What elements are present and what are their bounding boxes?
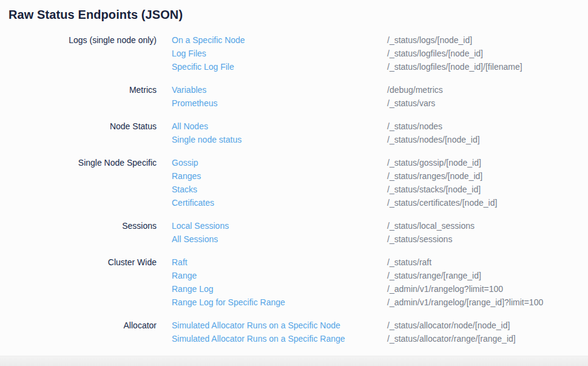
endpoint-link-cell: Range Log for Specific Range (157, 296, 387, 309)
endpoint-row: Allocator Simulated Allocator Runs on a … (8, 319, 578, 332)
endpoint-path: /_status/allocator/node/[node_id] (387, 319, 578, 332)
endpoint-path: /_status/nodes/[node_id] (387, 133, 578, 146)
endpoint-link[interactable]: All Nodes (172, 121, 208, 131)
endpoint-group: Node Status All Nodes /_status/nodes Sin… (8, 120, 578, 146)
category-label: Single Node Specific (8, 156, 157, 169)
endpoint-link-cell: All Nodes (157, 120, 387, 133)
endpoint-path: /_status/gossip/[node_id] (387, 156, 578, 169)
category-label (8, 269, 157, 282)
endpoint-row: Ranges /_status/ranges/[node_id] (8, 169, 578, 183)
endpoints-table: Logs (single node only) On a Specific No… (8, 33, 578, 345)
endpoint-link[interactable]: Ranges (172, 171, 201, 181)
category-label (8, 296, 157, 309)
category-label: Allocator (8, 319, 157, 332)
endpoint-link[interactable]: Range Log (172, 284, 214, 294)
endpoint-link-cell: Prometheus (157, 97, 387, 110)
endpoint-path: /_status/raft (387, 256, 578, 269)
endpoint-link[interactable]: Certificates (172, 198, 214, 208)
endpoint-path: /_status/stacks/[node_id] (387, 183, 578, 196)
endpoint-link-cell: Stacks (157, 183, 387, 196)
endpoint-link[interactable]: Stacks (172, 185, 197, 194)
endpoint-row: All Sessions /_status/sessions (8, 232, 578, 246)
endpoint-row: Sessions Local Sessions /_status/local_s… (8, 219, 578, 232)
endpoint-link[interactable]: Single node status (172, 135, 242, 144)
endpoint-link[interactable]: Range (172, 271, 197, 280)
endpoint-group: Metrics Variables /debug/metrics Prometh… (8, 83, 578, 110)
endpoint-row: Single Node Specific Gossip /_status/gos… (8, 156, 578, 169)
endpoint-link[interactable]: All Sessions (172, 234, 218, 244)
category-label (8, 332, 157, 345)
debug-page: Raw Status Endpoints (JSON) Logs (single… (0, 0, 588, 366)
endpoint-path: /_status/vars (387, 97, 578, 110)
endpoint-row: Log Files /_status/logfiles/[node_id] (8, 47, 578, 60)
endpoint-path: /_status/range/[range_id] (387, 269, 578, 282)
endpoint-path: /_admin/v1/rangelog?limit=100 (387, 282, 578, 296)
endpoint-group: Cluster Wide Raft /_status/raft Range /_… (8, 256, 578, 309)
endpoint-link[interactable]: Prometheus (172, 98, 217, 108)
endpoint-row: Certificates /_status/certificates/[node… (8, 196, 578, 209)
endpoint-path: /_status/sessions (387, 232, 578, 246)
endpoint-link[interactable]: Specific Log File (172, 62, 234, 72)
endpoint-link-cell: On a Specific Node (157, 33, 387, 47)
endpoint-group: Logs (single node only) On a Specific No… (8, 33, 578, 73)
endpoint-path: /_status/local_sessions (387, 219, 578, 232)
page-title: Raw Status Endpoints (JSON) (8, 7, 578, 22)
endpoint-row: Metrics Variables /debug/metrics (8, 83, 578, 97)
endpoint-row: Range Log /_admin/v1/rangelog?limit=100 (8, 282, 578, 296)
category-label (8, 232, 157, 246)
endpoint-link-cell: Range Log (157, 282, 387, 296)
endpoint-link-cell: Single node status (157, 133, 387, 146)
endpoint-path: /_status/ranges/[node_id] (387, 169, 578, 183)
endpoint-group: Sessions Local Sessions /_status/local_s… (8, 219, 578, 246)
endpoint-row: Cluster Wide Raft /_status/raft (8, 256, 578, 269)
endpoint-link-cell: Range (157, 269, 387, 282)
endpoint-link[interactable]: Raft (172, 257, 188, 267)
endpoint-path: /_status/allocator/range/[range_id] (387, 332, 578, 345)
endpoint-link-cell: Gossip (157, 156, 387, 169)
endpoint-link-cell: Specific Log File (157, 60, 387, 73)
endpoint-link[interactable]: Log Files (172, 49, 206, 58)
endpoint-link-cell: Variables (157, 83, 387, 97)
endpoint-link[interactable]: Simulated Allocator Runs on a Specific N… (172, 320, 340, 330)
endpoint-path: /_status/certificates/[node_id] (387, 196, 578, 209)
category-label (8, 60, 157, 73)
endpoint-path: /debug/metrics (387, 83, 578, 97)
endpoint-link-cell: Certificates (157, 196, 387, 209)
endpoint-row: Single node status /_status/nodes/[node_… (8, 133, 578, 146)
endpoint-row: Range Log for Specific Range /_admin/v1/… (8, 296, 578, 309)
endpoint-path: /_status/logs/[node_id] (387, 33, 578, 47)
endpoint-link-cell: Local Sessions (157, 219, 387, 232)
endpoint-row: Prometheus /_status/vars (8, 97, 578, 110)
endpoint-link[interactable]: Variables (172, 85, 206, 95)
category-label (8, 183, 157, 196)
endpoint-link[interactable]: Simulated Allocator Runs on a Specific R… (172, 334, 345, 344)
endpoint-row: Node Status All Nodes /_status/nodes (8, 120, 578, 133)
endpoint-link[interactable]: Range Log for Specific Range (172, 297, 285, 307)
endpoint-link-cell: Simulated Allocator Runs on a Specific R… (157, 332, 387, 345)
endpoint-link[interactable]: Local Sessions (172, 221, 229, 231)
endpoint-row: Stacks /_status/stacks/[node_id] (8, 183, 578, 196)
category-label (8, 282, 157, 296)
endpoint-group: Single Node Specific Gossip /_status/gos… (8, 156, 578, 209)
endpoint-link[interactable]: On a Specific Node (172, 35, 245, 45)
endpoint-group: Allocator Simulated Allocator Runs on a … (8, 319, 578, 345)
endpoint-link-cell: Log Files (157, 47, 387, 60)
endpoint-path: /_admin/v1/rangelog/[range_id]?limit=100 (387, 296, 578, 309)
footer-bar (0, 356, 588, 366)
category-label (8, 169, 157, 183)
endpoint-row: Specific Log File /_status/logfiles/[nod… (8, 60, 578, 73)
endpoint-link-cell: All Sessions (157, 232, 387, 246)
category-label: Metrics (8, 83, 157, 97)
endpoint-row: Logs (single node only) On a Specific No… (8, 33, 578, 47)
endpoint-link-cell: Ranges (157, 169, 387, 183)
category-label (8, 47, 157, 60)
endpoint-path: /_status/nodes (387, 120, 578, 133)
category-label: Logs (single node only) (8, 33, 157, 47)
endpoint-path: /_status/logfiles/[node_id] (387, 47, 578, 60)
category-label (8, 133, 157, 146)
endpoint-link[interactable]: Gossip (172, 158, 198, 168)
endpoint-row: Range /_status/range/[range_id] (8, 269, 578, 282)
endpoint-path: /_status/logfiles/[node_id]/[filename] (387, 60, 578, 73)
category-label (8, 97, 157, 110)
endpoint-link-cell: Simulated Allocator Runs on a Specific N… (157, 319, 387, 332)
